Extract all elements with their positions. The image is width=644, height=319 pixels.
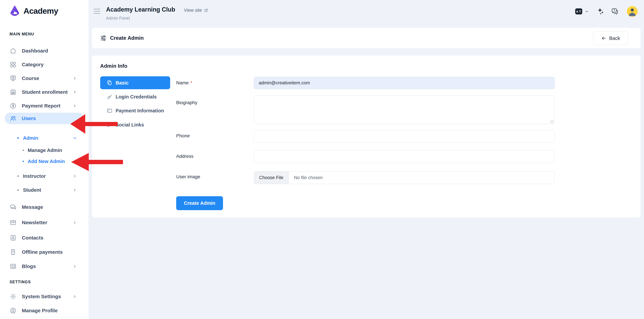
tab-payment-information[interactable]: Payment Information — [100, 105, 170, 116]
sidebar-item-label: Manage Profile — [22, 308, 58, 314]
create-admin-button[interactable]: Create Admin — [176, 196, 223, 210]
bullet-dot — [17, 137, 19, 139]
user-image-file-input[interactable]: Choose File No file chosen — [254, 171, 554, 184]
person-circle-icon — [10, 307, 16, 314]
sidebar-item-label: Users — [22, 116, 36, 121]
key-icon — [106, 94, 112, 100]
sidebar-item-newsletter[interactable]: Newsletter — [0, 217, 89, 228]
choose-file-button[interactable]: Choose File — [254, 171, 288, 184]
sidebar-subitem-admin[interactable]: Admin — [0, 132, 89, 144]
payment-report-icon — [10, 102, 16, 109]
sidebar-subitem-instructor[interactable]: Instructor — [0, 171, 89, 182]
sliders-icon — [100, 35, 107, 41]
svg-text:A: A — [576, 10, 578, 13]
sidebar-item-offline-payments[interactable]: Offline payments — [0, 247, 89, 258]
users-icon — [10, 115, 16, 122]
contacts-icon — [10, 234, 16, 241]
tab-login-credentials[interactable]: Login Credentials — [100, 91, 170, 102]
sidebar-item-label: Blogs — [22, 264, 36, 269]
academy-logo-icon — [8, 5, 21, 17]
chevron-right-icon — [72, 174, 77, 178]
sidebar-subitem-add-new-admin[interactable]: Add New Admin — [0, 156, 89, 167]
hamburger-menu-icon[interactable] — [94, 9, 100, 14]
tab-label: Login Credentials — [116, 94, 157, 100]
logo-text: Academy — [24, 6, 58, 15]
chevron-right-icon — [72, 220, 77, 225]
back-button-label: Back — [609, 35, 620, 41]
tab-basic[interactable]: Basic — [100, 76, 170, 89]
biography-field-wrap — [254, 96, 554, 124]
sidebar-subitem-label: Instructor — [23, 173, 46, 179]
sidebar-item-dashboard[interactable]: Dashboard — [0, 45, 89, 56]
view-site-label: View site — [184, 8, 202, 13]
user-image-label: User image — [176, 174, 200, 179]
page-title: Create Admin — [110, 35, 144, 41]
link-icon — [106, 122, 112, 128]
tab-label: Basic — [116, 80, 128, 85]
student-enrollment-icon — [10, 88, 16, 96]
sidebar-item-label: Payment Report — [22, 103, 60, 109]
sidebar: Academy MAIN MENU Dashboard Category Cou… — [0, 0, 89, 319]
name-input[interactable] — [254, 77, 554, 89]
offline-payments-icon — [10, 249, 16, 256]
card-heading: Admin Info — [100, 63, 127, 69]
biography-label: Biography — [176, 100, 197, 105]
sidebar-subitem-label: Manage Admin — [28, 148, 62, 153]
blogs-icon — [10, 263, 16, 270]
svg-text:?: ? — [614, 9, 615, 12]
logo[interactable]: Academy — [8, 5, 58, 17]
language-translate-icon[interactable]: A — [575, 8, 582, 14]
section-main-menu: MAIN MENU — [10, 32, 34, 36]
sidebar-item-blogs[interactable]: Blogs — [0, 261, 89, 272]
phone-label: Phone — [176, 133, 190, 139]
sparkles-icon[interactable] — [596, 7, 604, 15]
sidebar-item-category[interactable]: Category — [0, 59, 89, 70]
sidebar-item-users[interactable]: Users — [5, 113, 84, 124]
sidebar-item-label: Contacts — [22, 235, 43, 241]
sidebar-subitem-label: Admin — [23, 135, 38, 141]
sidebar-item-message[interactable]: Message — [0, 202, 89, 213]
view-site-link[interactable]: View site — [184, 8, 208, 13]
no-file-chosen-text: No file chosen — [294, 175, 323, 180]
sidebar-item-label: Course — [22, 75, 39, 81]
sidebar-item-course[interactable]: Course — [0, 73, 89, 84]
sidebar-subitem-student[interactable]: Student — [0, 185, 89, 196]
chevron-down-icon — [72, 136, 77, 140]
chevron-right-icon — [72, 264, 77, 269]
sidebar-item-manage-profile[interactable]: Manage Profile — [0, 305, 89, 316]
sidebar-subitem-label: Add New Admin — [28, 159, 65, 164]
copy-icon — [106, 80, 112, 86]
sidebar-subitem-label: Student — [23, 187, 41, 193]
admin-info-card: Admin Info Basic Login Credentials Payme… — [92, 55, 641, 218]
user-avatar[interactable] — [627, 6, 638, 17]
sidebar-item-system-settings[interactable]: System Settings — [0, 291, 89, 302]
back-button[interactable]: Back — [593, 31, 628, 45]
section-settings: SETTINGS — [10, 280, 31, 284]
sidebar-item-label: Student enrollment — [22, 89, 68, 95]
biography-textarea[interactable] — [254, 96, 554, 124]
page-toolbar: Create Admin Back — [92, 28, 641, 48]
external-link-icon — [204, 8, 208, 12]
sidebar-item-label: Message — [22, 204, 43, 210]
course-icon — [10, 75, 16, 82]
chevron-down-icon[interactable] — [584, 9, 589, 14]
sidebar-item-payment-report[interactable]: Payment Report — [0, 100, 89, 111]
bullet-dot — [23, 161, 24, 162]
sidebar-subitem-manage-admin[interactable]: Manage Admin — [0, 145, 89, 156]
admin-panel-app: Academy MAIN MENU Dashboard Category Cou… — [0, 0, 644, 319]
tab-social-links[interactable]: Social Links — [100, 119, 170, 130]
address-input[interactable] — [254, 150, 554, 163]
category-grid-icon — [10, 61, 16, 68]
name-label: Name* — [176, 80, 192, 85]
phone-input[interactable] — [254, 130, 554, 143]
sidebar-item-contacts[interactable]: Contacts — [0, 232, 89, 243]
chevron-right-icon — [72, 76, 77, 81]
sidebar-item-student-enrollment[interactable]: Student enrollment — [0, 86, 89, 98]
address-label: Address — [176, 154, 194, 159]
chevron-right-icon — [72, 294, 77, 299]
help-chat-icon[interactable]: ? — [611, 7, 619, 15]
bullet-dot — [17, 175, 19, 177]
tab-label: Payment Information — [116, 108, 164, 114]
bullet-dot — [23, 150, 24, 151]
chevron-right-icon — [72, 104, 77, 108]
